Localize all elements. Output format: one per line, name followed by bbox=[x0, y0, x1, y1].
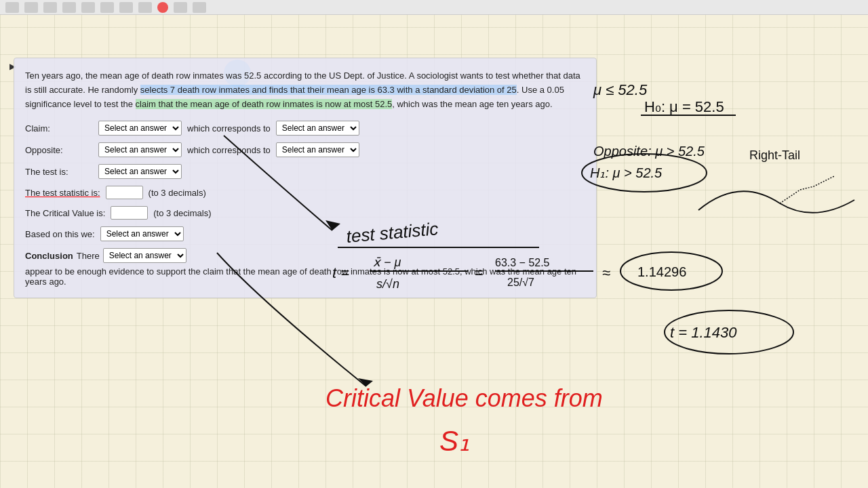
claim-select-1[interactable]: Select an answer bbox=[98, 121, 182, 136]
based-on-label: Based on this we: bbox=[25, 229, 95, 239]
opposite-corresponds-to: which corresponds to bbox=[187, 145, 271, 155]
toolbar-btn-9[interactable] bbox=[174, 2, 187, 13]
conclusion-text1: There bbox=[77, 251, 100, 261]
toolbar-btn-3[interactable] bbox=[43, 2, 57, 13]
svg-text:μ ≤ 52.5: μ ≤ 52.5 bbox=[593, 81, 648, 98]
problem-text-part3: , which was the mean age ten years ago. bbox=[392, 99, 552, 109]
critical-value-row: The Critical Value is: (to 3 decimals) bbox=[25, 206, 585, 220]
test-is-select[interactable]: Select an answer bbox=[98, 164, 182, 179]
test-statistic-input[interactable] bbox=[106, 186, 143, 199]
toolbar bbox=[0, 0, 868, 15]
critical-value-label: The Critical Value is: bbox=[25, 208, 105, 218]
test-statistic-decimals: (to 3 decimals) bbox=[149, 188, 206, 198]
toolbar-btn-6[interactable] bbox=[100, 2, 114, 13]
claim-corresponds-to: which corresponds to bbox=[187, 123, 271, 134]
toolbar-btn-10[interactable] bbox=[193, 2, 206, 13]
svg-text:H₀: μ = 52.5: H₀: μ = 52.5 bbox=[644, 98, 724, 115]
claim-row: Claim: Select an answer which correspond… bbox=[25, 121, 585, 136]
toolbar-btn-5[interactable] bbox=[81, 2, 95, 13]
critical-value-decimals: (to 3 decimals) bbox=[153, 208, 211, 218]
opposite-select-2[interactable]: Select an answer bbox=[276, 142, 359, 157]
test-statistic-label: The test statistic is: bbox=[25, 188, 100, 198]
based-on-select[interactable]: Select an answer bbox=[100, 226, 184, 241]
svg-point-4 bbox=[582, 154, 707, 192]
problem-highlighted-green: claim that the mean age of death row inm… bbox=[136, 99, 393, 109]
toolbar-btn-red[interactable] bbox=[157, 2, 168, 13]
svg-text:t = 1.1430: t = 1.1430 bbox=[670, 324, 737, 341]
test-is-label: The test is: bbox=[25, 167, 93, 177]
svg-text:Critical Value comes from: Critical Value comes from bbox=[326, 384, 603, 412]
toolbar-btn-7[interactable] bbox=[119, 2, 133, 13]
svg-text:S₁: S₁ bbox=[439, 425, 470, 457]
conclusion-label: Conclusion bbox=[25, 251, 73, 261]
claim-label: Claim: bbox=[25, 123, 93, 134]
opposite-row: Opposite: Select an answer which corresp… bbox=[25, 142, 585, 157]
svg-point-18 bbox=[620, 252, 722, 290]
svg-marker-23 bbox=[358, 378, 373, 386]
svg-text:Opposite: μ > 52.5: Opposite: μ > 52.5 bbox=[593, 144, 705, 159]
problem-panel: Ten years ago, the mean age of death row… bbox=[14, 58, 597, 298]
test-is-row: The test is: Select an answer bbox=[25, 164, 585, 179]
toolbar-btn-1[interactable] bbox=[5, 2, 19, 13]
toolbar-btn-8[interactable] bbox=[138, 2, 152, 13]
problem-highlighted-blue: selects 7 death row inmates and finds th… bbox=[140, 85, 517, 95]
toolbar-btn-4[interactable] bbox=[62, 2, 76, 13]
test-statistic-label-text: The test statistic is: bbox=[25, 188, 100, 198]
svg-point-20 bbox=[665, 310, 793, 354]
toolbar-btn-2[interactable] bbox=[24, 2, 38, 13]
svg-text:1.14296: 1.14296 bbox=[637, 264, 686, 279]
svg-text:Right-Tail: Right-Tail bbox=[749, 148, 800, 162]
claim-select-2[interactable]: Select an answer bbox=[276, 121, 359, 136]
conclusion-select[interactable]: Select an answer bbox=[103, 248, 186, 263]
opposite-label: Opposite: bbox=[25, 145, 93, 155]
problem-text: Ten years ago, the mean age of death row… bbox=[25, 69, 585, 111]
svg-text:≈: ≈ bbox=[602, 264, 610, 281]
critical-value-input[interactable] bbox=[111, 206, 148, 220]
svg-text:H₁: μ > 52.5: H₁: μ > 52.5 bbox=[590, 165, 663, 180]
conclusion-text2: appear to be enough evidence to support … bbox=[25, 266, 585, 287]
test-statistic-row: The test statistic is: (to 3 decimals) bbox=[25, 186, 585, 199]
based-on-row: Based on this we: Select an answer bbox=[25, 226, 585, 241]
conclusion-row: Conclusion There Select an answer appear… bbox=[25, 248, 585, 287]
opposite-select-1[interactable]: Select an answer bbox=[98, 142, 182, 157]
